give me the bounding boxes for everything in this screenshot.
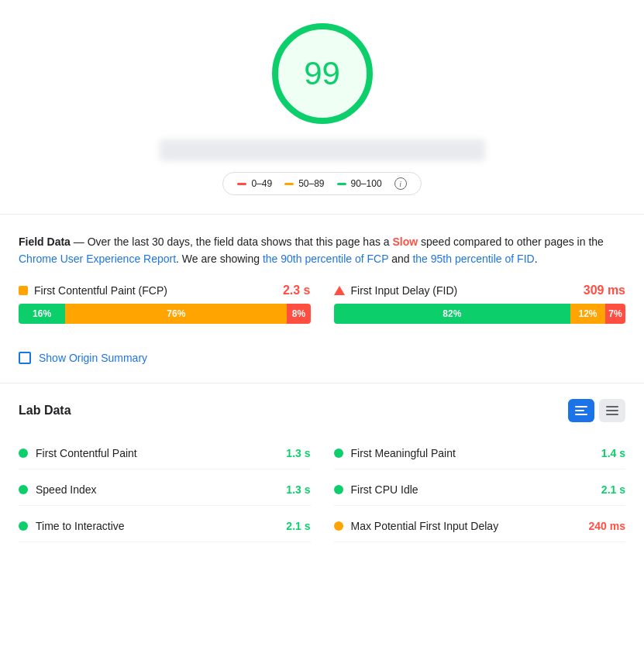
- url-bar-blurred: [160, 139, 485, 161]
- lab-mpfid-label: Max Potential First Input Delay: [351, 520, 499, 532]
- chart-line-2: [575, 410, 584, 411]
- fid-bar-orange-label: 12%: [579, 308, 598, 319]
- lab-tti-label: Time to Interactive: [36, 520, 125, 532]
- legend-item-red: 0–49: [237, 178, 272, 189]
- lab-metric-si: Speed Index 1.3 s: [19, 474, 311, 506]
- mpfid-orange-dot: [334, 521, 343, 531]
- fci-green-dot: [334, 485, 343, 494]
- lab-metric-tti: Time to Interactive 2.1 s: [19, 511, 311, 542]
- fid-value: 309 ms: [584, 284, 625, 297]
- score-value: 99: [304, 55, 340, 92]
- fcp-icon-square: [19, 286, 28, 295]
- fcp-title: First Contentful Paint (FCP): [34, 284, 167, 297]
- lab-metric-fci-left: First CPU Idle: [334, 483, 418, 496]
- lab-metric-fcp-left: First Contentful Paint: [19, 447, 137, 459]
- lab-metric-fci: First CPU Idle 2.1 s: [334, 474, 626, 506]
- field-data-desc-mid2: . We are showing: [176, 253, 263, 265]
- lab-metric-fmp-left: First Meaningful Paint: [334, 447, 456, 459]
- chrome-ux-link[interactable]: Chrome User Experience Report: [19, 253, 176, 265]
- top-section: 99 0–49 50–89 90–100 i: [0, 0, 644, 211]
- legend-dot-green: [337, 183, 346, 185]
- fid-bar-green: 82%: [334, 304, 571, 324]
- si-green-dot: [19, 485, 28, 494]
- field-data-section: Field Data — Over the last 30 days, the …: [0, 218, 644, 339]
- lab-si-label: Speed Index: [36, 483, 97, 496]
- lab-data-title: Lab Data: [19, 404, 71, 418]
- show-origin-row[interactable]: Show Origin Summary: [0, 339, 644, 380]
- fid-metric-block: First Input Delay (FID) 309 ms 82% 12% 7…: [334, 284, 626, 324]
- chart-line-3: [575, 414, 587, 415]
- lab-fcp-label: First Contentful Paint: [36, 447, 137, 459]
- fid-percentile-link[interactable]: the 95th percentile of FID: [412, 253, 534, 265]
- field-data-desc-mid: speed compared to other pages in the: [418, 236, 604, 248]
- field-data-desc-end: .: [535, 253, 538, 265]
- fid-bar-red-label: 7%: [608, 308, 622, 319]
- lab-metric-mpfid: Max Potential First Input Delay 240 ms: [334, 511, 626, 542]
- lab-metric-si-left: Speed Index: [19, 483, 97, 496]
- origin-label[interactable]: Show Origin Summary: [39, 352, 147, 364]
- fid-icon-triangle: [334, 286, 345, 295]
- field-data-title: Field Data: [19, 236, 71, 248]
- legend-dot-red: [237, 183, 246, 185]
- field-data-desc-mid3: and: [388, 253, 412, 265]
- list-lines-icon: [606, 406, 618, 415]
- fcp-bar-green-label: 16%: [33, 308, 51, 319]
- fcp-value: 2.3 s: [283, 284, 311, 297]
- fcp-bar-orange-label: 76%: [167, 308, 185, 319]
- legend-label-green: 90–100: [351, 178, 382, 189]
- fid-title-left: First Input Delay (FID): [334, 284, 458, 297]
- lab-si-value: 1.3 s: [286, 483, 310, 496]
- info-icon[interactable]: i: [394, 177, 407, 190]
- lab-tti-value: 2.1 s: [286, 520, 310, 532]
- fcp-title-left: First Contentful Paint (FCP): [19, 284, 167, 297]
- chart-lines-icon: [575, 406, 587, 415]
- origin-checkbox[interactable]: [19, 352, 31, 364]
- legend-item-orange: 50–89: [284, 178, 324, 189]
- lab-fci-label: First CPU Idle: [351, 483, 418, 496]
- lab-data-section: Lab Data First Cont: [0, 387, 644, 555]
- list-line-3: [606, 414, 618, 415]
- fid-title-row: First Input Delay (FID) 309 ms: [334, 284, 626, 297]
- lab-metric-mpfid-left: Max Potential First Input Delay: [334, 520, 499, 532]
- section-divider-2: [0, 383, 644, 383]
- lab-data-header-row: Lab Data: [19, 399, 625, 422]
- toggle-list-view[interactable]: [599, 399, 625, 422]
- legend-dot-orange: [284, 183, 294, 185]
- view-toggle: [568, 399, 625, 422]
- lab-fcp-value: 1.3 s: [286, 447, 310, 459]
- fid-bar: 82% 12% 7%: [334, 304, 626, 324]
- field-metrics-row: First Contentful Paint (FCP) 2.3 s 16% 7…: [19, 284, 625, 324]
- section-divider-1: [0, 214, 644, 215]
- fid-bar-red: 7%: [605, 304, 625, 324]
- lab-metric-fmp: First Meaningful Paint 1.4 s: [334, 438, 626, 469]
- chart-line-1: [575, 406, 587, 407]
- fcp-bar-orange: 76%: [65, 304, 287, 324]
- slow-word: Slow: [392, 236, 418, 248]
- legend-item-green: 90–100: [337, 178, 382, 189]
- lab-fmp-value: 1.4 s: [601, 447, 625, 459]
- fcp-bar: 16% 76% 8%: [19, 304, 311, 324]
- fcp-bar-green: 16%: [19, 304, 65, 324]
- fid-bar-orange: 12%: [570, 304, 605, 324]
- field-data-desc-start: — Over the last 30 days, the field data …: [71, 236, 393, 248]
- fcp-title-row: First Contentful Paint (FCP) 2.3 s: [19, 284, 311, 297]
- fcp-percentile-link[interactable]: the 90th percentile of FCP: [263, 253, 388, 265]
- legend-label-red: 0–49: [251, 178, 272, 189]
- fid-title: First Input Delay (FID): [351, 284, 458, 297]
- lab-mpfid-value: 240 ms: [589, 520, 625, 532]
- lab-metrics-grid: First Contentful Paint 1.3 s First Meani…: [19, 438, 625, 542]
- lab-fmp-label: First Meaningful Paint: [351, 447, 456, 459]
- fid-bar-green-label: 82%: [443, 308, 461, 319]
- fcp-bar-red-label: 8%: [292, 308, 305, 319]
- tti-green-dot: [19, 521, 28, 531]
- fcp-green-dot: [19, 449, 28, 458]
- legend-label-orange: 50–89: [298, 178, 324, 189]
- lab-fci-value: 2.1 s: [601, 483, 625, 496]
- lab-metric-fcp: First Contentful Paint 1.3 s: [19, 438, 311, 469]
- field-data-description: Field Data — Over the last 30 days, the …: [19, 233, 625, 268]
- fmp-green-dot: [334, 449, 343, 458]
- toggle-chart-view[interactable]: [568, 399, 594, 422]
- list-line-1: [606, 406, 618, 407]
- score-legend: 0–49 50–89 90–100 i: [222, 172, 421, 195]
- fcp-bar-red: 8%: [287, 304, 310, 324]
